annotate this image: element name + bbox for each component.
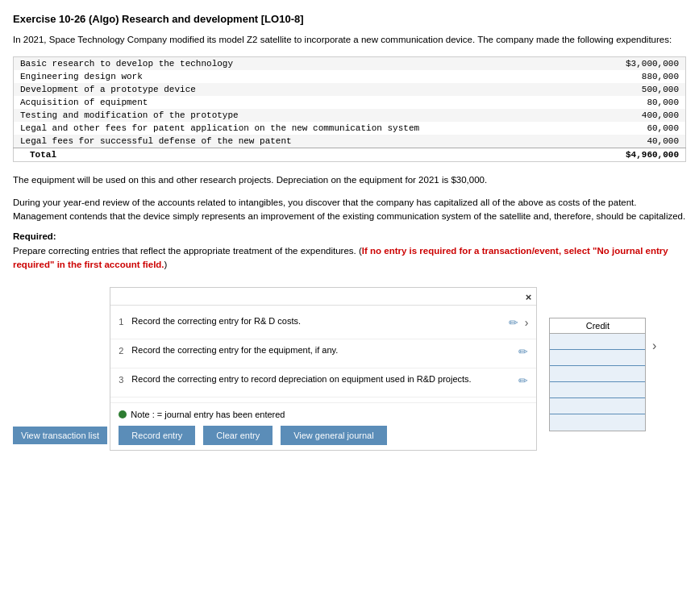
expenditure-amount: 40,000 xyxy=(589,135,686,148)
entry-number-1: 1 xyxy=(119,317,131,327)
expenditure-amount: 500,000 xyxy=(589,83,686,96)
total-label: Total xyxy=(14,148,589,162)
credit-row[interactable] xyxy=(550,414,645,431)
credit-panel: Credit xyxy=(549,318,646,431)
equipment-note: The equipment will be used on this and o… xyxy=(13,173,686,187)
record-entry-button[interactable]: Record entry xyxy=(119,426,195,445)
entry-text-2: Record the correcting entry for the equi… xyxy=(131,344,518,356)
intro-text: In 2021, Space Technology Company modifi… xyxy=(13,33,686,47)
expenditure-label: Acquisition of equipment xyxy=(14,96,589,109)
credit-row[interactable] xyxy=(550,334,645,350)
expenditure-label: Development of a prototype device xyxy=(14,83,589,96)
year-review-text: During your year-end review of the accou… xyxy=(13,196,686,224)
view-transaction-button[interactable]: View transaction list xyxy=(13,427,107,444)
note-row: Note : = journal entry has been entered xyxy=(119,410,528,419)
view-general-journal-button[interactable]: View general journal xyxy=(281,426,386,445)
journal-panel: × 1 Record the correcting entry for R& D… xyxy=(110,287,537,451)
expenditure-row: Testing and modification of the prototyp… xyxy=(14,109,686,122)
entry-number-2: 2 xyxy=(119,346,131,356)
expenditure-amount: 80,000 xyxy=(589,96,686,109)
exercise-title: Exercise 10-26 (Algo) Research and devel… xyxy=(13,13,686,25)
journal-panel-header: × xyxy=(110,288,536,306)
entry-arrow-1: › xyxy=(525,316,529,329)
expenditure-amount: 400,000 xyxy=(589,109,686,122)
expenditure-total-row: Total$4,960,000 xyxy=(14,148,686,162)
edit-icon-3[interactable]: ✏ xyxy=(518,374,528,387)
expenditure-table: Basic research to develop the technology… xyxy=(13,56,686,162)
close-icon[interactable]: × xyxy=(526,291,532,303)
entry-number-3: 3 xyxy=(119,375,131,385)
bottom-buttons: Record entry Clear entry View general jo… xyxy=(119,426,528,445)
journal-entry-row-3: 3 Record the correcting entry to record … xyxy=(110,368,536,397)
expenditure-row: Legal and other fees for patent applicat… xyxy=(14,122,686,135)
note-text: = journal entry has been entered xyxy=(157,410,285,419)
note-label: Note : xyxy=(131,410,154,419)
expenditure-label: Engineering design work xyxy=(14,70,589,83)
expenditure-row: Legal fees for successful defense of the… xyxy=(14,135,686,148)
entry-text-3: Record the correcting entry to record de… xyxy=(131,373,518,385)
expenditure-amount: 60,000 xyxy=(589,122,686,135)
required-label: Required: xyxy=(13,231,686,241)
credit-row[interactable] xyxy=(550,350,645,366)
expenditure-label: Legal and other fees for patent applicat… xyxy=(14,122,589,135)
edit-icon-2[interactable]: ✏ xyxy=(518,345,528,358)
journal-entry-row-1: 1 Record the correcting entry for R& D c… xyxy=(110,310,536,339)
entry-text-1: Record the correcting entry for R& D cos… xyxy=(131,315,508,327)
clear-entry-button[interactable]: Clear entry xyxy=(203,426,273,445)
journal-entries-list: 1 Record the correcting entry for R& D c… xyxy=(110,306,536,402)
required-desc-part1: Prepare correcting entries that reflect … xyxy=(13,246,362,256)
note-dot-icon xyxy=(119,410,127,418)
credit-row[interactable] xyxy=(550,366,645,382)
expenditure-amount: $3,000,000 xyxy=(589,57,686,71)
required-desc-part2: ) xyxy=(164,260,168,269)
expenditure-label: Basic research to develop the technology xyxy=(14,57,589,71)
expenditure-row: Engineering design work880,000 xyxy=(14,70,686,83)
expenditure-amount: 880,000 xyxy=(589,70,686,83)
credit-row[interactable] xyxy=(550,398,645,414)
expenditure-row: Development of a prototype device500,000 xyxy=(14,83,686,96)
expenditure-row: Acquisition of equipment80,000 xyxy=(14,96,686,109)
total-amount: $4,960,000 xyxy=(589,148,686,162)
journal-entry-row-2: 2 Record the correcting entry for the eq… xyxy=(110,339,536,368)
expenditure-row: Basic research to develop the technology… xyxy=(14,57,686,71)
entry-arrow-icon: › xyxy=(652,339,656,353)
expenditure-label: Legal fees for successful defense of the… xyxy=(14,135,589,148)
edit-icon-1[interactable]: ✏ xyxy=(509,316,518,329)
credit-row[interactable] xyxy=(550,382,645,398)
required-desc: Prepare correcting entries that reflect … xyxy=(13,244,686,273)
expenditure-label: Testing and modification of the prototyp… xyxy=(14,109,589,122)
credit-header: Credit xyxy=(550,318,645,334)
